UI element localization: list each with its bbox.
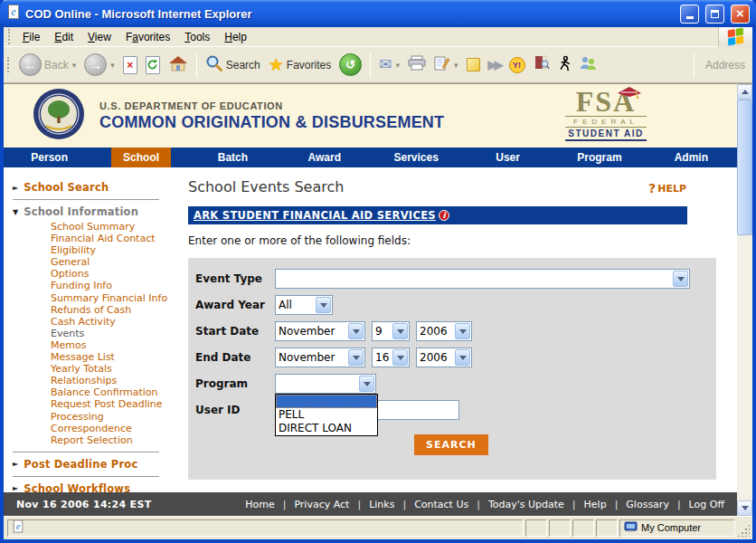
sidebar-section-school-search[interactable]: ►School Search [13,181,181,194]
help-link[interactable]: ? HELP [648,181,686,195]
forward-button[interactable]: → ▾ [80,52,118,78]
discuss-button[interactable] [463,56,484,73]
menu-item-edit[interactable]: Edit [47,29,80,45]
chevron-down-icon[interactable] [348,323,364,339]
media-button[interactable]: ▶▶ [485,56,505,73]
sidebar-item-processing[interactable]: Processing [51,411,181,423]
start-month-select[interactable]: November [275,321,365,341]
program-option-pell[interactable]: PELL [276,408,377,422]
program-option-direct-loan[interactable]: DIRECT LOAN [276,422,377,435]
scrollbar-thumb[interactable] [737,100,752,235]
scroll-up-icon[interactable] [737,84,752,100]
chevron-down-icon[interactable] [359,376,374,392]
stop-button[interactable]: × [119,54,141,76]
favorites-button[interactable]: ★ Favorites [265,54,335,75]
refresh-button[interactable] [142,54,164,76]
edit-dropdown-icon[interactable]: ▾ [454,61,458,70]
sidebar-item-memos[interactable]: Memos [51,339,181,351]
sidebar-item-request-post-deadline[interactable]: Request Post Deadline [51,398,181,410]
sidebar-item-school-summary[interactable]: School Summary [51,221,181,233]
nav-tab-school[interactable]: School [111,148,171,167]
research-button[interactable] [530,53,553,76]
footer-link-links[interactable]: Links [369,499,394,510]
scroll-down-icon[interactable] [737,500,752,516]
aim-button[interactable] [554,53,575,77]
mail-dropdown-icon[interactable]: ▾ [395,61,400,70]
chevron-down-icon[interactable] [455,349,470,366]
sidebar-item-summary-financial-info[interactable]: Summary Financial Info [51,292,181,304]
close-button[interactable]: × [731,5,750,24]
menu-item-tools[interactable]: Tools [177,29,217,45]
search-submit-button[interactable]: SEARCH [414,434,488,455]
edit-button[interactable]: ▾ [430,53,462,77]
end-month-select[interactable]: November [275,348,365,367]
sidebar-section-post-deadline-proc[interactable]: ►Post Deadline Proc [13,458,181,471]
start-day-select[interactable]: 9 [372,321,410,341]
sidebar-item-financial-aid-contact[interactable]: Financial Aid Contact [51,233,181,244]
footer-link-home[interactable]: Home [245,499,274,510]
footer-link-glossary[interactable]: Glossary [626,499,669,510]
toolbar-gripper[interactable] [7,57,10,72]
sidebar-item-options[interactable]: Options [51,268,181,280]
footer-link-contact-us[interactable]: Contact Us [414,499,468,510]
footer-link-privacy-act[interactable]: Privacy Act [294,499,349,510]
chevron-down-icon[interactable] [673,271,688,287]
footer-link-help[interactable]: Help [584,499,607,510]
back-button[interactable]: ← Back ▾ [15,52,80,78]
program-option-blank[interactable] [276,395,377,408]
end-year-select[interactable]: 2006 [416,348,472,367]
footer-link-today-s-update[interactable]: Today's Update [488,499,564,510]
home-button[interactable] [165,53,192,77]
history-button[interactable]: ↺ [335,52,365,78]
chevron-down-icon[interactable] [392,323,408,339]
menu-item-file[interactable]: File [15,29,47,45]
sidebar-item-refunds-of-cash[interactable]: Refunds of Cash [51,304,181,316]
menu-item-view[interactable]: View [80,29,118,45]
chevron-down-icon[interactable] [455,323,470,339]
yahoo-messenger-button[interactable]: Y! [506,55,529,75]
vertical-scrollbar[interactable] [737,84,752,516]
sidebar-item-balance-confirmation[interactable]: Balance Confirmation [51,386,181,398]
award-year-select[interactable]: All [275,295,333,315]
nav-tab-user[interactable]: User [484,148,532,167]
end-day-select[interactable]: 16 [372,348,410,367]
nav-tab-award[interactable]: Award [297,148,353,167]
sidebar-item-cash-activity[interactable]: Cash Activity [51,316,181,328]
sidebar-item-relationships[interactable]: Relationships [51,375,181,386]
chevron-down-icon[interactable] [348,349,364,366]
sidebar-item-general[interactable]: General [51,256,181,268]
sidebar-item-funding-info[interactable]: Funding Info [51,280,181,291]
menu-item-help[interactable]: Help [217,29,254,45]
print-button[interactable] [404,53,430,76]
start-year-select[interactable]: 2006 [416,321,472,341]
minimize-button[interactable] [680,5,699,24]
sidebar-section-school-information[interactable]: ▼School Information [13,205,181,218]
nav-tab-admin[interactable]: Admin [663,148,720,167]
messenger-button[interactable] [576,54,601,76]
maximize-button[interactable] [705,5,724,24]
nav-tab-services[interactable]: Services [382,148,449,167]
event-type-select[interactable] [275,269,690,289]
forward-dropdown-icon[interactable]: ▾ [110,61,115,70]
nav-tab-batch[interactable]: Batch [206,148,260,167]
mail-button[interactable]: ✉ ▾ [375,53,403,76]
chevron-down-icon[interactable] [392,349,408,366]
chevron-down-icon[interactable] [316,297,331,313]
back-dropdown-icon[interactable]: ▾ [72,61,77,70]
scrollbar-track[interactable] [737,235,752,500]
nav-tab-program[interactable]: Program [565,148,633,167]
menu-item-favorites[interactable]: Favorites [118,29,177,45]
sidebar-item-eligibility[interactable]: Eligibility [51,244,181,256]
school-name-link[interactable]: ARK STUDENT FINANCIAL AID SERVICES [194,209,436,222]
sidebar-item-yearly-totals[interactable]: Yearly Totals [51,363,181,375]
sidebar-item-correspondence[interactable]: Correspondence [51,423,181,434]
nav-tab-person[interactable]: Person [19,148,80,167]
sidebar-item-message-list[interactable]: Message List [51,351,181,363]
toolbar-gripper[interactable] [8,29,11,44]
info-icon[interactable]: i [439,210,449,221]
program-select[interactable] [275,374,376,394]
footer-link-log-off[interactable]: Log Off [689,499,724,510]
sidebar-item-report-selection[interactable]: Report Selection [51,434,181,446]
search-button-toolbar[interactable]: Search [202,52,264,78]
resize-grip[interactable] [737,524,750,537]
